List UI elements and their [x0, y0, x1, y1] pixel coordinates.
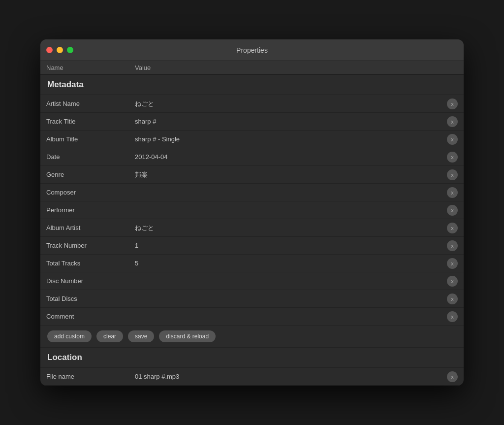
table-row: Performerx — [40, 201, 464, 219]
section-header-metadata: Metadata — [40, 75, 464, 95]
discard-reload-button[interactable]: discard & reload — [159, 330, 216, 342]
property-name: Genre — [46, 171, 135, 178]
minimize-button[interactable] — [57, 47, 63, 53]
content-area: MetadataArtist NameねごとxTrack Titlesharp … — [40, 75, 464, 386]
table-header: Name Value — [40, 61, 464, 75]
property-value[interactable]: ねごと — [135, 99, 438, 108]
property-name: Album Artist — [46, 224, 135, 231]
property-value[interactable]: 邦楽 — [135, 170, 438, 179]
clear-field-button[interactable]: x — [447, 187, 458, 198]
property-name: Disc Number — [46, 277, 135, 285]
clear-field-button[interactable]: x — [447, 276, 458, 287]
clear-field-button[interactable]: x — [447, 205, 458, 216]
property-name: Track Title — [46, 118, 135, 125]
table-row: Composerx — [40, 184, 464, 201]
property-name: Comment — [46, 313, 135, 320]
property-name: Total Discs — [46, 295, 135, 302]
maximize-button[interactable] — [67, 47, 73, 53]
clear-field-button[interactable]: x — [447, 258, 458, 269]
table-row: Commentx — [40, 308, 464, 326]
table-row: Total Discsx — [40, 290, 464, 308]
table-row: Total Tracks5x — [40, 255, 464, 272]
save-button[interactable]: save — [128, 330, 154, 342]
table-row: Album Titlesharp # - Singlex — [40, 131, 464, 148]
value-column-header: Value — [135, 64, 438, 71]
title-bar: Properties — [40, 39, 464, 61]
property-name: Artist Name — [46, 100, 135, 107]
table-row: Date2012-04-04x — [40, 148, 464, 166]
properties-window: Properties Name Value MetadataArtist Nam… — [40, 39, 464, 386]
property-value[interactable]: 01 sharp #.mp3 — [135, 373, 438, 380]
property-name: File name — [46, 373, 135, 380]
property-name: Album Title — [46, 135, 135, 143]
section-header-location: Location — [40, 348, 464, 368]
property-value[interactable]: sharp # - Single — [135, 135, 438, 143]
property-name: Date — [46, 153, 135, 161]
clear-field-button[interactable]: x — [447, 152, 458, 163]
name-column-header: Name — [46, 64, 135, 71]
clear-button[interactable]: clear — [96, 330, 123, 342]
property-value[interactable]: 1 — [135, 242, 438, 249]
traffic-lights — [46, 47, 73, 53]
add-custom-button[interactable]: add custom — [47, 330, 92, 342]
clear-field-button[interactable]: x — [447, 240, 458, 251]
table-row: File name01 sharp #.mp3x — [40, 368, 464, 386]
property-value[interactable]: 5 — [135, 260, 438, 267]
property-value[interactable]: sharp # — [135, 118, 438, 125]
table-row: Genre邦楽x — [40, 166, 464, 184]
action-bar-metadata: add customclearsavediscard & reload — [40, 326, 464, 348]
clear-field-button[interactable]: x — [447, 134, 458, 145]
property-value[interactable]: ねごと — [135, 224, 438, 232]
table-row: Album Artistねごとx — [40, 219, 464, 237]
clear-field-button[interactable]: x — [447, 223, 458, 233]
table-row: Disc Numberx — [40, 272, 464, 290]
property-name: Total Tracks — [46, 260, 135, 267]
table-row: Artist Nameねごとx — [40, 95, 464, 113]
clear-field-button[interactable]: x — [447, 116, 458, 127]
clear-field-button[interactable]: x — [447, 169, 458, 180]
close-button[interactable] — [46, 47, 53, 53]
clear-field-button[interactable]: x — [447, 98, 458, 109]
table-row: Track Number1x — [40, 237, 464, 255]
property-name: Performer — [46, 206, 135, 214]
clear-field-button[interactable]: x — [447, 371, 458, 382]
clear-field-button[interactable]: x — [447, 294, 458, 304]
clear-field-button[interactable]: x — [447, 311, 458, 322]
table-row: Track Titlesharp #x — [40, 113, 464, 131]
window-title: Properties — [236, 46, 268, 54]
property-name: Composer — [46, 189, 135, 196]
property-name: Track Number — [46, 242, 135, 249]
property-value[interactable]: 2012-04-04 — [135, 153, 438, 161]
